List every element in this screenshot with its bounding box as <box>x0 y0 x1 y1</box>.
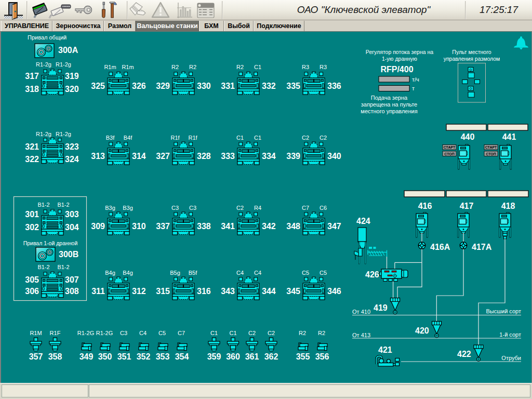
svg-text:338: 338 <box>197 222 211 231</box>
svg-text:336: 336 <box>327 82 341 90</box>
svg-text:417: 417 <box>460 202 474 210</box>
svg-text:B5g: B5g <box>170 270 180 276</box>
svg-text:320: 320 <box>65 85 79 94</box>
svg-text:C2: C2 <box>320 135 327 141</box>
svg-text:C4: C4 <box>254 270 261 276</box>
svg-text:417A: 417A <box>472 243 492 251</box>
svg-text:334: 334 <box>262 152 276 161</box>
svg-text:357: 357 <box>29 352 43 361</box>
svg-text:R4: R4 <box>254 205 261 211</box>
svg-text:C2: C2 <box>236 205 244 211</box>
svg-text:310: 310 <box>132 222 146 231</box>
svg-text:От 410: От 410 <box>352 309 370 315</box>
svg-text:C1: C1 <box>254 64 261 70</box>
svg-text:C7: C7 <box>302 205 309 211</box>
svg-text:C7: C7 <box>178 330 185 336</box>
svg-text:420: 420 <box>415 326 429 335</box>
svg-text:RFP/400: RFP/400 <box>380 65 413 74</box>
svg-text:C5: C5 <box>158 330 166 336</box>
svg-text:От 413: От 413 <box>352 332 370 338</box>
svg-text:местного управления: местного управления <box>361 108 417 114</box>
svg-text:355: 355 <box>296 352 310 361</box>
svg-text:Привал 1-ой дранной: Привал 1-ой дранной <box>23 240 78 246</box>
svg-text:СТОП: СТОП <box>444 152 454 156</box>
svg-text:C4: C4 <box>139 330 147 336</box>
svg-text:B4g: B4g <box>105 270 115 276</box>
svg-text:R2: R2 <box>171 64 179 70</box>
svg-text:321: 321 <box>25 142 39 151</box>
svg-text:C3: C3 <box>189 205 196 211</box>
svg-text:R1-2g: R1-2g <box>56 131 71 137</box>
svg-text:запрещена на пульте: запрещена на пульте <box>361 101 417 108</box>
svg-text:330: 330 <box>197 82 211 90</box>
svg-text:R1f: R1f <box>188 135 197 141</box>
svg-text:322: 322 <box>25 155 39 164</box>
svg-text:348: 348 <box>286 222 300 231</box>
svg-text:т: т <box>412 85 415 91</box>
svg-text:Подача зерна: Подача зерна <box>371 95 408 101</box>
svg-text:R1M: R1M <box>30 330 42 336</box>
svg-text:440: 440 <box>461 132 475 141</box>
svg-text:0: 0 <box>470 68 472 72</box>
svg-text:329: 329 <box>156 82 170 90</box>
svg-text:333: 333 <box>221 152 235 161</box>
svg-text:Отруби: Отруби <box>501 355 521 361</box>
svg-text:C1: C1 <box>236 135 244 141</box>
svg-text:СТАРТ: СТАРТ <box>444 145 456 149</box>
svg-text:325: 325 <box>91 82 105 90</box>
svg-text:306: 306 <box>25 287 39 296</box>
svg-text:328: 328 <box>197 152 211 161</box>
svg-text:314: 314 <box>132 152 146 161</box>
svg-text:B3g: B3g <box>105 205 115 211</box>
svg-text:300A: 300A <box>58 46 78 55</box>
svg-text:361: 361 <box>245 352 259 361</box>
svg-text:Пульт местного: Пульт местного <box>452 49 491 55</box>
svg-text:СТАРТ: СТАРТ <box>485 145 497 149</box>
svg-text:302: 302 <box>25 223 39 232</box>
svg-text:Привал общий: Привал общий <box>28 34 66 41</box>
svg-text:B3g: B3g <box>123 205 133 211</box>
svg-text:346: 346 <box>327 287 341 296</box>
svg-text:0: 0 <box>470 86 472 91</box>
svg-text:R1m: R1m <box>122 64 134 70</box>
svg-text:СТОП: СТОП <box>486 152 496 156</box>
svg-text:341: 341 <box>221 222 235 231</box>
svg-text:R1m: R1m <box>104 64 116 70</box>
svg-text:342: 342 <box>262 222 276 231</box>
svg-text:R3: R3 <box>302 64 309 70</box>
svg-text:350: 350 <box>98 352 112 361</box>
svg-text:1-й сорт: 1-й сорт <box>499 331 521 338</box>
svg-text:B5f: B5f <box>189 270 197 276</box>
svg-text:R1-2g: R1-2g <box>36 61 51 68</box>
svg-text:301: 301 <box>25 210 39 219</box>
svg-text:352: 352 <box>137 352 151 361</box>
svg-text:B4g: B4g <box>123 270 133 276</box>
svg-text:303: 303 <box>65 210 79 219</box>
svg-text:R3: R3 <box>320 64 327 70</box>
svg-text:426: 426 <box>365 270 379 279</box>
svg-text:360: 360 <box>226 352 240 361</box>
svg-text:C3: C3 <box>171 205 179 211</box>
svg-text:C1: C1 <box>229 330 236 336</box>
svg-text:344: 344 <box>262 287 276 296</box>
svg-text:300B: 300B <box>59 250 78 259</box>
svg-text:C2: C2 <box>268 330 275 336</box>
svg-text:331: 331 <box>221 82 235 90</box>
svg-text:421: 421 <box>378 345 392 354</box>
svg-text:R1f: R1f <box>170 135 180 141</box>
svg-text:R2: R2 <box>299 330 306 336</box>
svg-text:318: 318 <box>25 85 39 94</box>
svg-text:305: 305 <box>25 275 39 284</box>
svg-text:308: 308 <box>65 287 79 296</box>
svg-text:управления размолом: управления размолом <box>444 56 500 62</box>
svg-text:327: 327 <box>156 152 170 161</box>
svg-text:R1F: R1F <box>50 330 61 336</box>
svg-text:B1-2: B1-2 <box>37 264 49 270</box>
svg-text:319: 319 <box>65 72 79 81</box>
svg-text:R1-2G: R1-2G <box>96 330 113 336</box>
svg-text:424: 424 <box>356 217 370 225</box>
svg-text:419: 419 <box>374 303 388 312</box>
svg-text:304: 304 <box>65 223 79 232</box>
svg-text:416: 416 <box>418 202 432 210</box>
svg-text:335: 335 <box>286 82 300 90</box>
